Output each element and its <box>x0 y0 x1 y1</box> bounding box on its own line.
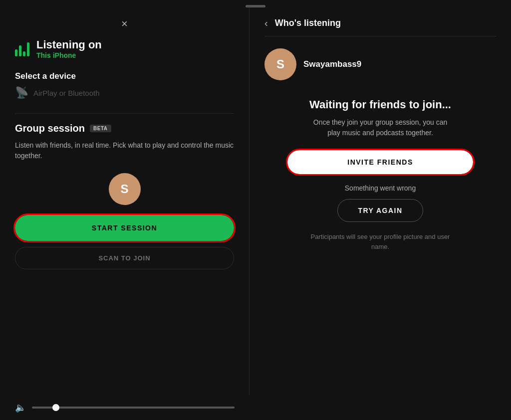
device-label: This iPhone <box>36 51 102 59</box>
select-device-label: Select a device <box>15 71 234 81</box>
waiting-title: Waiting for friends to join... <box>309 98 451 111</box>
airplay-label: AirPlay or Bluetooth <box>33 89 100 97</box>
listener-name: Swayambass9 <box>303 59 361 69</box>
waiting-desc: Once they join your group session, you c… <box>310 117 450 138</box>
select-device-section: Select a device 📡 AirPlay or Bluetooth <box>15 71 234 99</box>
bar4 <box>27 42 29 56</box>
listening-on-section: Listening on This iPhone <box>15 38 234 59</box>
user-avatar: S <box>109 173 141 205</box>
invite-friends-button[interactable]: INVITE FRIENDS <box>287 150 473 174</box>
group-session-title: Group session <box>15 123 85 134</box>
waiting-section: Waiting for friends to join... Once they… <box>264 98 496 251</box>
start-session-button[interactable]: START SESSION <box>15 215 234 241</box>
volume-thumb[interactable] <box>52 404 59 411</box>
right-header: ‹ Who's listening <box>264 17 496 36</box>
volume-icon: 🔈 <box>15 402 26 413</box>
close-button[interactable]: × <box>121 17 128 30</box>
back-button[interactable]: ‹ <box>264 17 268 29</box>
music-bars-icon <box>15 41 29 56</box>
bar1 <box>15 49 17 56</box>
group-session-desc: Listen with friends, in real time. Pick … <box>15 140 234 161</box>
airplay-row: 📡 AirPlay or Bluetooth <box>15 86 234 99</box>
beta-badge: BETA <box>90 125 111 132</box>
right-panel: ‹ Who's listening S Swayambass9 Waiting … <box>250 7 511 413</box>
group-session-section: Group session BETA Listen with friends, … <box>15 123 234 269</box>
try-again-button[interactable]: TRY AGAIN <box>337 199 423 222</box>
listener-row: S Swayambass9 <box>264 48 496 80</box>
main-container: × Listening on This iPhone Select a devi… <box>0 7 511 413</box>
avatar-container: S <box>15 173 234 205</box>
left-panel: × Listening on This iPhone Select a devi… <box>0 7 250 413</box>
participants-note: Participants will see your profile pictu… <box>310 232 450 251</box>
listening-on-label: Listening on <box>36 38 102 51</box>
listening-text: Listening on This iPhone <box>36 38 102 59</box>
group-session-header: Group session BETA <box>15 123 234 134</box>
listener-avatar: S <box>264 48 296 80</box>
bar2 <box>19 45 21 56</box>
divider <box>15 113 234 114</box>
right-title: Who's listening <box>275 18 341 28</box>
bottom-bar: 🔈 <box>0 395 250 420</box>
volume-track[interactable] <box>32 407 235 409</box>
bar3 <box>23 51 25 56</box>
scan-to-join-button[interactable]: SCAN TO JOIN <box>15 247 234 269</box>
error-text: Something went wrong <box>345 184 416 192</box>
airplay-icon: 📡 <box>15 86 28 99</box>
